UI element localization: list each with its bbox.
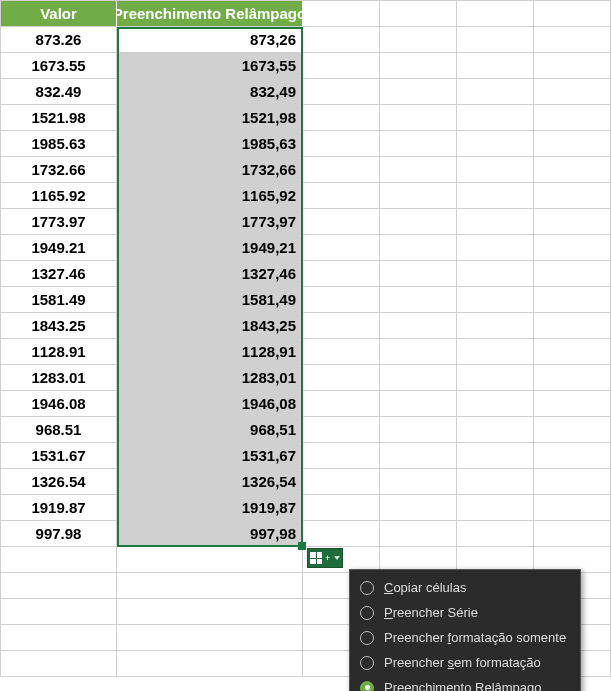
menu-item-2[interactable]: Preencher formatação somente [352,625,578,650]
empty-cell[interactable] [303,131,380,157]
fill-cell[interactable]: 1985,63 [117,131,303,157]
empty-cell[interactable] [1,625,117,651]
empty-cell[interactable] [457,339,534,365]
empty-cell[interactable] [457,469,534,495]
empty-cell[interactable] [117,573,303,599]
empty-cell[interactable] [534,261,611,287]
empty-cell[interactable] [303,1,380,27]
empty-cell[interactable] [117,599,303,625]
empty-cell[interactable] [534,157,611,183]
empty-cell[interactable] [457,53,534,79]
header-preenchimento[interactable]: Preenchimento Relâmpago [117,1,303,27]
empty-cell[interactable] [534,365,611,391]
valor-cell[interactable]: 1949.21 [1,235,117,261]
empty-cell[interactable] [303,417,380,443]
menu-item-3[interactable]: Preencher sem formatação [352,650,578,675]
empty-cell[interactable] [303,469,380,495]
empty-cell[interactable] [534,1,611,27]
fill-cell[interactable]: 1531,67 [117,443,303,469]
empty-cell[interactable] [380,443,457,469]
empty-cell[interactable] [303,391,380,417]
empty-cell[interactable] [534,521,611,547]
fill-cell[interactable]: 1326,54 [117,469,303,495]
empty-cell[interactable] [303,261,380,287]
empty-cell[interactable] [534,209,611,235]
valor-cell[interactable]: 832.49 [1,79,117,105]
empty-cell[interactable] [303,443,380,469]
empty-cell[interactable] [534,417,611,443]
fill-cell[interactable]: 968,51 [117,417,303,443]
empty-cell[interactable] [380,521,457,547]
header-valor[interactable]: Valor [1,1,117,27]
empty-cell[interactable] [380,105,457,131]
fill-cell[interactable]: 1732,66 [117,157,303,183]
autofill-options-button[interactable]: + [307,548,343,568]
fill-cell[interactable]: 873,26 [117,27,303,53]
empty-cell[interactable] [117,625,303,651]
fill-cell[interactable]: 1283,01 [117,365,303,391]
empty-cell[interactable] [457,131,534,157]
empty-cell[interactable] [457,105,534,131]
fill-cell[interactable]: 1946,08 [117,391,303,417]
empty-cell[interactable] [380,495,457,521]
empty-cell[interactable] [380,27,457,53]
menu-item-1[interactable]: Preencher Série [352,600,578,625]
fill-cell[interactable]: 1773,97 [117,209,303,235]
empty-cell[interactable] [457,521,534,547]
empty-cell[interactable] [303,53,380,79]
empty-cell[interactable] [534,339,611,365]
empty-cell[interactable] [1,599,117,625]
empty-cell[interactable] [534,131,611,157]
valor-cell[interactable]: 1946.08 [1,391,117,417]
empty-cell[interactable] [457,365,534,391]
valor-cell[interactable]: 1531.67 [1,443,117,469]
valor-cell[interactable]: 1843.25 [1,313,117,339]
fill-cell[interactable]: 1521,98 [117,105,303,131]
fill-cell[interactable]: 1919,87 [117,495,303,521]
empty-cell[interactable] [380,469,457,495]
empty-cell[interactable] [534,235,611,261]
fill-cell[interactable]: 1327,46 [117,261,303,287]
empty-cell[interactable] [457,287,534,313]
empty-cell[interactable] [457,183,534,209]
empty-cell[interactable] [534,313,611,339]
fill-cell[interactable]: 1128,91 [117,339,303,365]
empty-cell[interactable] [457,27,534,53]
empty-cell[interactable] [380,235,457,261]
fill-cell[interactable]: 1949,21 [117,235,303,261]
empty-cell[interactable] [380,209,457,235]
empty-cell[interactable] [380,287,457,313]
empty-cell[interactable] [457,261,534,287]
empty-cell[interactable] [1,651,117,677]
empty-cell[interactable] [303,27,380,53]
empty-cell[interactable] [303,157,380,183]
fill-cell[interactable]: 1843,25 [117,313,303,339]
empty-cell[interactable] [534,391,611,417]
valor-cell[interactable]: 1327.46 [1,261,117,287]
empty-cell[interactable] [1,547,117,573]
empty-cell[interactable] [380,261,457,287]
empty-cell[interactable] [303,521,380,547]
empty-cell[interactable] [534,79,611,105]
valor-cell[interactable]: 968.51 [1,417,117,443]
empty-cell[interactable] [380,313,457,339]
empty-cell[interactable] [117,651,303,677]
valor-cell[interactable]: 1581.49 [1,287,117,313]
fill-cell[interactable]: 832,49 [117,79,303,105]
empty-cell[interactable] [380,1,457,27]
valor-cell[interactable]: 1985.63 [1,131,117,157]
empty-cell[interactable] [380,417,457,443]
empty-cell[interactable] [534,469,611,495]
empty-cell[interactable] [457,209,534,235]
valor-cell[interactable]: 1732.66 [1,157,117,183]
empty-cell[interactable] [457,495,534,521]
empty-cell[interactable] [117,547,303,573]
valor-cell[interactable]: 1165.92 [1,183,117,209]
menu-item-0[interactable]: Copiar células [352,575,578,600]
empty-cell[interactable] [303,365,380,391]
empty-cell[interactable] [457,1,534,27]
empty-cell[interactable] [303,339,380,365]
empty-cell[interactable] [303,495,380,521]
empty-cell[interactable] [380,79,457,105]
fill-cell[interactable]: 1673,55 [117,53,303,79]
